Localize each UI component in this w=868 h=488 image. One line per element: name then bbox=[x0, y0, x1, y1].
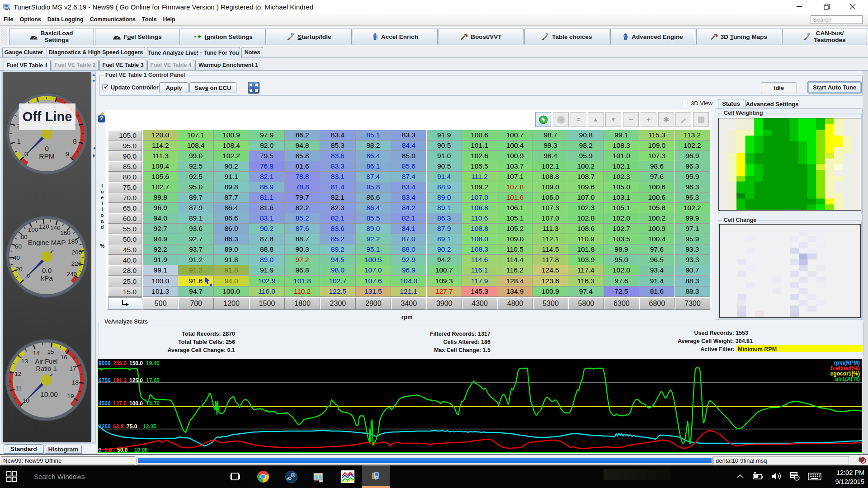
svg-text:100.0: 100.0 bbox=[129, 400, 143, 407]
svg-text:180: 180 bbox=[68, 238, 78, 245]
svg-text:kPa: kPa bbox=[41, 274, 53, 282]
svg-text:10.00: 10.00 bbox=[134, 447, 148, 453]
svg-text:63.8: 63.8 bbox=[113, 423, 124, 430]
svg-text:20: 20 bbox=[15, 266, 22, 272]
svg-text:2250: 2250 bbox=[99, 423, 111, 430]
svg-text:14: 14 bbox=[33, 350, 40, 357]
svg-text:0.0: 0.0 bbox=[104, 447, 112, 453]
svg-text:afr1(AFR): afr1(AFR) bbox=[835, 376, 860, 382]
svg-text:17.05: 17.05 bbox=[146, 377, 160, 384]
svg-text:140: 140 bbox=[50, 225, 61, 231]
svg-text:11: 11 bbox=[15, 385, 22, 392]
svg-text:0: 0 bbox=[45, 145, 49, 152]
svg-text:12: 12 bbox=[14, 371, 21, 377]
svg-text:127.5: 127.5 bbox=[113, 400, 127, 407]
svg-text:160: 160 bbox=[60, 230, 71, 236]
svg-text:18: 18 bbox=[72, 379, 79, 386]
svg-text:Ratio 1: Ratio 1 bbox=[36, 365, 57, 372]
svg-text:255.0: 255.0 bbox=[113, 360, 127, 366]
svg-text:19.40: 19.40 bbox=[146, 360, 160, 366]
svg-text:125.0: 125.0 bbox=[129, 377, 143, 384]
svg-text:16: 16 bbox=[61, 354, 67, 361]
svg-text:17: 17 bbox=[69, 365, 76, 372]
svg-text:100: 100 bbox=[28, 226, 38, 233]
svg-text:13: 13 bbox=[21, 358, 28, 365]
svg-text:0: 0 bbox=[99, 447, 102, 453]
svg-text:12.35: 12.35 bbox=[143, 423, 156, 430]
svg-text:50.0: 50.0 bbox=[117, 447, 128, 453]
svg-text:4500: 4500 bbox=[99, 400, 111, 407]
svg-text:8: 8 bbox=[73, 137, 76, 145]
svg-text:Engine MAP: Engine MAP bbox=[28, 239, 66, 246]
svg-text:150.0: 150.0 bbox=[129, 360, 143, 366]
svg-text:10.00: 10.00 bbox=[40, 390, 58, 398]
svg-text:220: 220 bbox=[71, 260, 82, 267]
svg-text:120: 120 bbox=[39, 223, 49, 230]
svg-text:80: 80 bbox=[21, 234, 28, 240]
svg-text:9: 9 bbox=[66, 150, 69, 158]
svg-text:75.0: 75.0 bbox=[127, 423, 137, 430]
svg-text:15: 15 bbox=[47, 348, 54, 355]
svg-text:1: 1 bbox=[17, 137, 21, 145]
svg-text:60: 60 bbox=[15, 243, 22, 250]
svg-text:RPM: RPM bbox=[39, 152, 54, 160]
svg-text:9000: 9000 bbox=[99, 360, 111, 366]
svg-text:0.0: 0.0 bbox=[42, 267, 52, 274]
svg-text:240: 240 bbox=[67, 271, 77, 277]
svg-text:200: 200 bbox=[71, 249, 82, 256]
svg-text:191.3: 191.3 bbox=[113, 377, 127, 384]
svg-text:14.70: 14.70 bbox=[146, 400, 160, 407]
svg-text:Air:Fuel: Air:Fuel bbox=[35, 358, 58, 365]
svg-text:6750: 6750 bbox=[99, 377, 111, 384]
svg-text:40: 40 bbox=[13, 254, 20, 261]
svg-text:19: 19 bbox=[67, 393, 74, 399]
